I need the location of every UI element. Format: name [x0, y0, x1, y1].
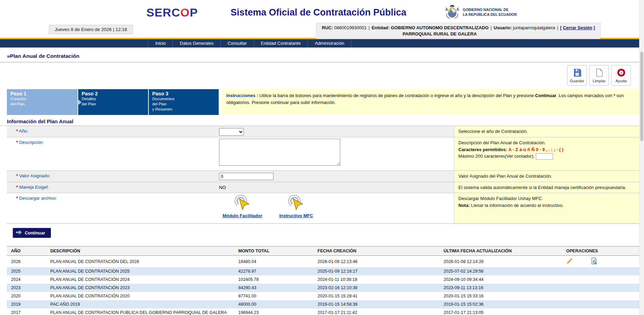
- descargar-label: * Descargar archivo:: [7, 193, 219, 223]
- guardar-button[interactable]: Guardar: [567, 65, 587, 86]
- descripcion-help: Descripción del Plan Anual de Contrataci…: [454, 137, 639, 170]
- main-nav: Inicio Datos Generales Consultar Entidad…: [0, 38, 639, 48]
- cell-fecha-actualizacion: 2019-01-15 15:02:36: [441, 300, 563, 308]
- cell-monto-total: 42276.97: [236, 267, 315, 275]
- step-3-title: Paso 3: [152, 91, 215, 96]
- pac-table: AÑO DESCRIPCIÓN MONTO TOTAL FECHA CREACI…: [7, 246, 639, 315]
- cell-operaciones: [563, 256, 639, 267]
- cell-anio: 2023: [7, 284, 48, 292]
- col-ultima-fecha: ÚLTIMA FECHA ACTUALIZACIÓN: [441, 246, 563, 256]
- floppy-disk-icon: [573, 68, 582, 78]
- gov-text-line2: LA REPÚBLICA DEL ECUADOR: [463, 12, 517, 17]
- logout-link[interactable]: [ Cerrar Sesión ]: [560, 25, 595, 30]
- arrow-right-icon: [16, 230, 22, 236]
- scrollbar-thumb[interactable]: [640, 52, 643, 141]
- edit-pencil-icon[interactable]: [566, 258, 573, 265]
- cell-operaciones: [563, 292, 639, 300]
- step-2-title: Paso 2: [82, 91, 145, 96]
- cell-descripcion: PLAN ANUAL DE CONTRATACIÓN 2020: [48, 292, 236, 300]
- sercop-logo-text-end: P: [190, 6, 198, 19]
- section-title: Información del Plan Anual: [0, 116, 639, 126]
- valor-input[interactable]: [219, 173, 273, 180]
- continuar-label: Continuar: [25, 231, 45, 235]
- cell-fecha-actualizacion: 2025-07-02 14:29:56: [441, 267, 563, 275]
- limpiar-label: Limpiar: [593, 79, 606, 83]
- nav-item-inicio[interactable]: Inicio: [148, 39, 173, 48]
- step-1: Paso 1 Creación del Plan: [7, 89, 77, 115]
- ayuda-button[interactable]: ? Ayuda: [611, 65, 631, 86]
- gov-text: GOBIERNO NACIONAL DE LA REPÚBLICA DEL EC…: [463, 8, 517, 17]
- valor-label: * Valor Asignado:: [7, 171, 219, 182]
- datetime-display: Jueves 8 de Enero de 2026 | 12:16: [49, 25, 133, 34]
- cell-fecha-actualizacion: 2017-01-17 21:13:05: [441, 308, 563, 315]
- instructivo-mfc-download[interactable]: Instructivo MFC: [273, 195, 319, 218]
- counter-input[interactable]: [536, 153, 553, 160]
- click-cursor-ripple-icon: [232, 195, 253, 213]
- sercop-logo-text: SERC: [146, 6, 180, 19]
- cell-fecha-creacion: 2019-01-15 14:58:39: [315, 300, 441, 308]
- table-row: 2023 PLAN ANUAL DE CONTRATACIÓN 2023 842…: [7, 284, 639, 292]
- guardar-label: Guardar: [570, 79, 584, 83]
- vertical-scrollbar[interactable]: [639, 0, 644, 315]
- instructions-label: Instrucciones :: [226, 93, 258, 98]
- anio-select[interactable]: [219, 128, 244, 136]
- cell-monto-total: 84290.43: [236, 284, 315, 292]
- table-row: 2020 PLAN ANUAL DE CONTRATACIÓN 2020 877…: [7, 292, 639, 300]
- toolbar-row: Guardar Limpiar: [0, 62, 639, 89]
- cell-fecha-actualizacion: 2020-01-15 15:33:16: [441, 292, 563, 300]
- wizard-steps: Paso 1 Creación del Plan Paso 2 Detalles…: [7, 89, 219, 115]
- nav-item-entidad-contratante[interactable]: Entidad Contratante: [254, 39, 308, 48]
- entidad-value: GOBIERNO AUTONOMO DESCENTRALIZADOPARROQU…: [391, 25, 489, 37]
- table-row: 2025 PLAN ANUAL DE CONTRATACION 2025 422…: [7, 267, 639, 275]
- nav-item-datos-generales[interactable]: Datos Generales: [173, 39, 220, 48]
- report-view-icon[interactable]: [591, 258, 598, 265]
- cell-operaciones: [563, 267, 639, 275]
- cell-monto-total: 102405.78: [236, 275, 315, 284]
- session-info: RUC: 0860019930001 | Entidad: GOBIERNO A…: [316, 23, 601, 39]
- cell-fecha-creacion: 2025-01-09 12:16:17: [315, 267, 441, 275]
- esigef-value: NO: [219, 183, 226, 190]
- separator: |: [368, 25, 370, 30]
- usuario-value: juntaparroquialgalera: [513, 25, 555, 30]
- cell-fecha-creacion: 2017-01-17 21:11:42: [315, 308, 441, 315]
- app-title: Sistema Oficial de Contratación Pública: [231, 7, 406, 18]
- anio-help: Seleccione el año de Contratación.: [454, 126, 639, 137]
- cell-anio: 2026: [7, 256, 48, 267]
- cell-fecha-creacion: 2026-01-08 12:13:46: [315, 256, 441, 267]
- cell-anio: 2025: [7, 267, 48, 275]
- form-row-anio: * Año: Seleccione el año de Contratación…: [7, 126, 639, 137]
- instructivo-mfc-link[interactable]: Instructivo MFC: [279, 213, 313, 218]
- cell-operaciones: [563, 308, 639, 315]
- ecuador-coat-of-arms-icon: [444, 4, 460, 21]
- instructions-box: Instrucciones : Utilice la barra de boto…: [221, 89, 639, 115]
- sercop-logo-o: O: [180, 6, 189, 19]
- blank-page-icon: [595, 68, 604, 78]
- nav-item-consultar[interactable]: Consultar: [220, 39, 254, 48]
- table-row: 2017 PLAN ANUAL DE CONTRATACION PUBLICA …: [7, 308, 639, 315]
- valor-help: Valor Asignado del Plan Anual de Contrat…: [454, 171, 639, 182]
- ruc-value: 0860019930001: [334, 25, 367, 30]
- gov-text-line1: GOBIERNO NACIONAL DE: [463, 8, 517, 12]
- descargar-help: Descargar Módulo Facilitador Ushay MFC. …: [454, 193, 639, 223]
- esigef-label: * Maneja Esigef:: [7, 182, 219, 193]
- anio-label: * Año:: [7, 126, 219, 137]
- table-header-row: AÑO DESCRIPCIÓN MONTO TOTAL FECHA CREACI…: [7, 246, 639, 256]
- cell-monto-total: 48000.00: [236, 300, 315, 308]
- gov-brand: GOBIERNO NACIONAL DE LA REPÚBLICA DEL EC…: [444, 4, 517, 21]
- info-row: Jueves 8 de Enero de 2026 | 12:16 RUC: 0…: [0, 23, 639, 38]
- modulo-facilitador-link[interactable]: Módulo Facilitador: [222, 213, 262, 218]
- ruc-label: RUC:: [322, 25, 333, 30]
- cell-fecha-creacion: 2023-02-16 12:10:38: [315, 284, 441, 292]
- required-asterisk: *: [613, 93, 615, 98]
- descripcion-textarea[interactable]: [219, 139, 340, 166]
- modulo-facilitador-download[interactable]: Módulo Facilitador: [220, 195, 265, 218]
- limpiar-button[interactable]: Limpiar: [589, 65, 609, 86]
- cell-fecha-creacion: 2020-01-15 15:28:41: [315, 292, 441, 300]
- svg-text:?: ?: [620, 71, 622, 74]
- page-root: SERCOP Sistema Oficial de Contratación P…: [0, 0, 644, 315]
- app-header: SERCOP Sistema Oficial de Contratación P…: [0, 0, 639, 23]
- cell-monto-total: 87741.00: [236, 292, 315, 300]
- form-row-descargar: * Descargar archivo: Módulo Faci: [7, 193, 639, 223]
- continuar-button[interactable]: Continuar: [13, 228, 51, 238]
- nav-item-administracion[interactable]: Administración: [308, 39, 351, 48]
